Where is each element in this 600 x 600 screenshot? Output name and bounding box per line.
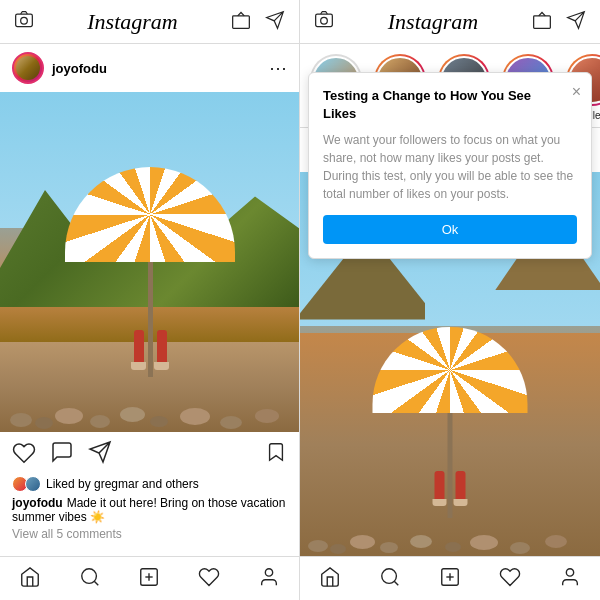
nav-home-left[interactable] [19,566,41,592]
right-phone: Instagram + Your Story mari [300,0,600,600]
left-phone: Instagram joyofodu ⋯ [0,0,300,600]
tv-icon-right[interactable] [532,10,552,34]
popup-body: We want your followers to focus on what … [323,131,577,203]
instagram-logo-right: Instagram [388,9,478,35]
header-icons-right [532,10,586,34]
caption-username[interactable]: joyofodu [12,496,63,510]
svg-point-12 [382,568,397,583]
header-icons-left [231,10,285,34]
left-more-icon[interactable]: ⋯ [269,57,287,79]
left-header: Instagram [0,0,299,44]
nav-search-left[interactable] [79,566,101,592]
likes-row: Liked by gregmar and others [12,476,287,492]
svg-point-10 [321,17,328,24]
like-icon[interactable] [12,441,36,469]
send-icon-left[interactable] [265,10,285,34]
nav-add-right[interactable] [439,566,461,592]
svg-point-8 [265,568,272,575]
nav-home-right[interactable] [319,566,341,592]
bookmark-icon[interactable] [265,441,287,469]
nav-add-left[interactable] [138,566,160,592]
nav-profile-right[interactable] [559,566,581,592]
right-bottom-nav [300,556,600,600]
send-icon-right[interactable] [566,10,586,34]
popup-title: Testing a Change to How You See Likes [323,87,577,123]
svg-line-4 [94,581,98,585]
share-icon[interactable] [88,440,112,470]
tv-icon-left[interactable] [231,10,251,34]
left-post-user: joyofodu [12,52,107,84]
right-umbrella-canopy [373,327,528,413]
left-post-image [0,92,300,432]
right-person [433,471,468,506]
likes-text: Liked by gregmar and others [46,477,199,491]
camera-icon-right[interactable] [314,9,334,34]
comment-icon[interactable] [50,440,74,470]
svg-rect-11 [534,15,551,28]
svg-point-17 [566,568,573,575]
svg-point-3 [81,568,96,583]
left-avatar[interactable] [12,52,44,84]
left-post-header: joyofodu ⋯ [0,44,299,92]
action-icons [12,440,287,470]
popup-close-button[interactable]: × [572,83,581,101]
svg-line-13 [394,581,398,585]
left-bottom-nav [0,556,299,600]
instagram-logo-left: Instagram [87,9,177,35]
left-post-actions: Liked by gregmar and others joyofoduMade… [0,432,299,549]
right-header: Instagram [300,0,600,44]
caption: joyofoduMade it out here! Bring on those… [12,496,287,524]
umbrella-canopy [65,167,235,262]
avatar-img [16,56,40,80]
nav-search-right[interactable] [379,566,401,592]
person-legs [131,330,169,370]
view-comments[interactable]: View all 5 comments [12,527,287,541]
svg-point-1 [21,17,28,24]
nav-heart-right[interactable] [499,566,521,592]
likes-popup: × Testing a Change to How You See Likes … [308,72,592,259]
camera-icon-left[interactable] [14,9,34,34]
svg-rect-2 [233,15,250,28]
nav-profile-left[interactable] [258,566,280,592]
popup-ok-button[interactable]: Ok [323,215,577,244]
liked-avatars [12,476,41,492]
left-post-username[interactable]: joyofodu [52,61,107,76]
nav-heart-left[interactable] [198,566,220,592]
